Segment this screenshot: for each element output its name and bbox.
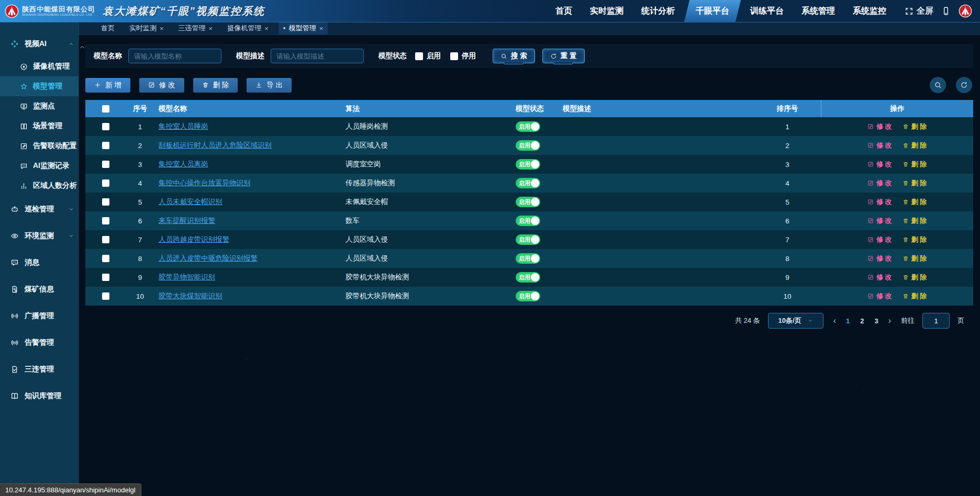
row-edit-button[interactable]: 修 改 [867,141,892,150]
row-edit-button[interactable]: 修 改 [867,160,892,169]
model-name-link[interactable]: 人员跨越皮带识别报警 [159,235,229,243]
sidebar-item-sanwei-management[interactable]: 三违管理 [0,356,79,382]
sidebar-item-alarm-linkage-config[interactable]: 告警联动配置 [0,136,79,156]
next-page-button[interactable]: › [886,316,893,325]
page-button-3[interactable]: 3 [874,317,878,325]
add-button[interactable]: 新 增 [85,78,130,93]
model-desc-input[interactable] [271,49,364,63]
edit-button[interactable]: 修 改 [139,78,184,93]
select-all-checkbox[interactable] [102,105,109,112]
row-delete-button[interactable]: 删 除 [903,141,927,150]
reset-button[interactable]: 重 置 [542,49,585,63]
model-name-link[interactable]: 集控室人员离岗 [159,160,208,168]
fullscreen-button[interactable]: 全屏 [905,6,933,17]
page-size-select[interactable]: 10条/页 [768,313,823,329]
row-edit-button[interactable]: 修 改 [867,235,892,244]
model-name-input[interactable] [128,49,221,63]
model-name-link[interactable]: 人员进入皮带中驱危险识别报警 [159,254,258,262]
tab-close-icon[interactable]: × [209,25,213,32]
status-toggle[interactable]: 启用 [516,253,540,264]
row-delete-button[interactable]: 删 除 [903,254,927,263]
row-delete-button[interactable]: 删 除 [903,160,927,169]
row-delete-button[interactable]: 删 除 [903,122,927,131]
sidebar-item-video-ai[interactable]: 视频AI [0,31,79,57]
status-toggle[interactable]: 启用 [516,178,540,188]
sidebar-item-mine-info[interactable]: 煤矿信息 [0,276,79,302]
sidebar-item-knowledge-base[interactable]: 知识库管理 [0,382,79,409]
status-toggle[interactable]: 启用 [516,197,540,207]
table-refresh-button[interactable] [956,77,972,93]
collapse-caret-icon[interactable] [79,44,85,50]
row-edit-button[interactable]: 修 改 [867,197,892,207]
sidebar-item-environment-monitor[interactable]: 环境监测 [0,222,79,249]
row-edit-button[interactable]: 修 改 [867,178,892,188]
tab-realtime-monitor[interactable]: 实时监测× [125,22,169,35]
tab-close-icon[interactable]: × [264,25,269,32]
row-checkbox[interactable] [102,217,109,224]
export-button[interactable]: 导 出 [247,78,292,93]
sidebar-item-inspection-management[interactable]: 巡检管理 [0,196,79,222]
row-edit-button[interactable]: 修 改 [867,254,892,263]
status-toggle[interactable]: 启用 [516,272,540,283]
row-delete-button[interactable]: 删 除 [903,178,927,188]
row-checkbox[interactable] [102,179,109,187]
status-disabled-checkbox[interactable] [450,52,458,60]
row-delete-button[interactable]: 删 除 [903,235,927,244]
model-name-link[interactable]: 胶带大块煤智能识别 [159,292,222,300]
model-name-link[interactable]: 刮板机运行时人员进入危险区域识别 [159,141,272,149]
status-toggle[interactable]: 启用 [516,216,540,226]
nav-item-home[interactable]: 首页 [547,0,581,22]
tab-close-icon[interactable]: × [160,25,164,32]
row-checkbox[interactable] [102,274,109,281]
row-delete-button[interactable]: 删 除 [903,197,927,207]
delete-button[interactable]: 删 除 [193,78,238,93]
sidebar-item-area-people-analysis[interactable]: 区域人数分析 [0,176,79,196]
row-edit-button[interactable]: 修 改 [867,122,892,131]
status-toggle[interactable]: 启用 [516,140,540,151]
status-toggle[interactable]: 启用 [516,121,540,132]
nav-item-qianyan-platform[interactable]: 千眼平台 [684,0,741,22]
nav-item-statistics[interactable]: 统计分析 [632,0,684,22]
status-toggle[interactable]: 启用 [516,159,540,170]
sidebar-item-messages[interactable]: 消息 [0,249,79,276]
row-checkbox[interactable] [102,198,109,206]
tab-model-management[interactable]: ●模型管理× [279,22,328,35]
tab-home[interactable]: 首页 [96,22,119,35]
row-edit-button[interactable]: 修 改 [867,273,892,282]
row-checkbox[interactable] [102,142,109,149]
page-button-1[interactable]: 1 [846,317,850,325]
tab-sanwei-management[interactable]: 三违管理× [174,22,218,35]
sidebar-item-alarm-management[interactable]: 告警管理 [0,329,79,356]
row-delete-button[interactable]: 删 除 [903,273,927,282]
row-checkbox[interactable] [102,292,109,300]
status-toggle[interactable]: 启用 [516,291,540,301]
row-checkbox[interactable] [102,236,109,243]
row-checkbox[interactable] [102,255,109,262]
sidebar-item-monitor-points[interactable]: 监测点 [0,96,79,116]
mobile-icon[interactable] [941,6,951,16]
model-name-link[interactable]: 胶带异物智能识别 [159,273,215,281]
sidebar-item-broadcast-management[interactable]: 广播管理 [0,302,79,329]
tab-camera-management[interactable]: 摄像机管理× [222,22,273,35]
sidebar-item-scene-management[interactable]: 场景管理 [0,116,79,136]
nav-item-system-monitor[interactable]: 系统监控 [844,0,895,22]
model-name-link[interactable]: 集控中心操作台放置异物识别 [159,179,251,187]
goto-page-input[interactable] [922,313,950,329]
model-name-link[interactable]: 来车提醒识别报警 [159,217,215,224]
row-delete-button[interactable]: 删 除 [903,291,927,301]
table-search-button[interactable] [930,77,946,93]
sidebar-item-ai-monitor-records[interactable]: AI监测记录 [0,156,79,176]
search-button[interactable]: 搜 索 [493,49,535,63]
row-checkbox[interactable] [102,123,109,130]
page-button-2[interactable]: 2 [860,317,864,325]
row-edit-button[interactable]: 修 改 [867,216,892,226]
row-delete-button[interactable]: 删 除 [903,216,927,226]
row-edit-button[interactable]: 修 改 [867,291,892,301]
model-name-link[interactable]: 人员未戴安全帽识别 [159,198,222,206]
status-enabled-checkbox[interactable] [415,52,423,60]
tab-close-icon[interactable]: × [319,25,324,32]
sidebar-item-model-management[interactable]: 模型管理 [0,76,79,96]
nav-item-realtime-monitor[interactable]: 实时监测 [581,0,632,22]
sidebar-item-camera-management[interactable]: 摄像机管理 [0,57,79,76]
nav-item-system-management[interactable]: 系统管理 [793,0,844,22]
